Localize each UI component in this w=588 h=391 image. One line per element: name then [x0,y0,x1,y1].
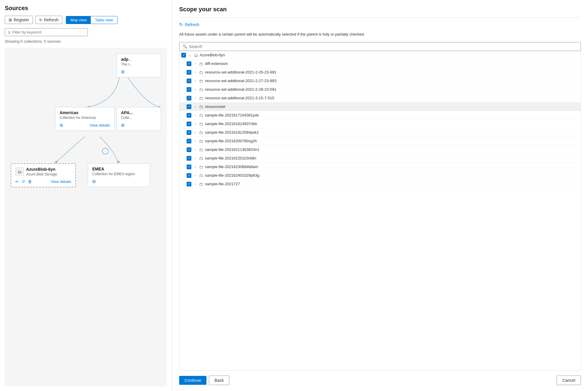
item-checkbox-3[interactable]: ✓ [187,87,191,92]
item-checkbox-4[interactable]: ✓ [187,96,191,100]
item-chevron-icon-0[interactable]: › [193,62,197,65]
item-check-icon-12: ✓ [188,165,190,168]
register-label: Register [14,17,29,22]
item-check-icon-2: ✓ [188,79,190,82]
refresh-button-left[interactable]: ↻ Refresh [35,16,62,24]
tree-item[interactable]: ✓ › 🗀 sample-file-202161912584psk1 [179,128,581,137]
refresh-icon-left: ↻ [39,18,42,22]
adp-card: adp... The r... ⊞ [117,54,161,77]
filter-input[interactable] [12,30,85,34]
table-view-button[interactable]: Table view [91,16,117,24]
tree-item[interactable]: ✓ › 🗀 sample-file-202161814507r8ie [179,120,581,128]
emea-grid-icon: ⊞ [92,179,96,184]
azureblob-view-details-link[interactable]: View details [51,179,71,184]
americas-card-icons: ⊞ View details [60,123,110,127]
cancel-button[interactable]: Cancel [557,376,581,385]
tree-item[interactable]: ✓ › 🗀 resourceset [179,103,581,111]
tree-item[interactable]: ✓ › 🗀 sample-file-20216200790xg2h [179,137,581,146]
item-folder-icon-6: 🗀 [199,113,203,118]
tree-root-item[interactable]: ✓ ⌄ 🗂 AzureBlob-6yn [179,51,581,60]
item-chevron-icon-12[interactable]: › [193,165,197,168]
tree-item[interactable]: ✓ › 🗀 resource-set-additional-2021-2-26-… [179,68,581,77]
item-checkbox-2[interactable]: ✓ [187,79,191,83]
item-chevron-icon-3[interactable]: › [193,88,197,91]
back-button[interactable]: Back [209,376,229,385]
tree-item[interactable]: ✓ › 🗀 resource-set-additional-2021-2-27-… [179,77,581,85]
minus-icon[interactable]: − [102,148,109,154]
item-checkbox-14[interactable]: ✓ [187,182,191,186]
item-checkbox-5[interactable]: ✓ [187,104,191,109]
tree-item[interactable]: ✓ › 🗀 sample-file-20216230884b8am [179,163,581,171]
azureblob-card-header: 🗂 AzureBlob-6yn Azure Blob Storage [15,167,71,176]
item-check-icon-9: ✓ [188,139,190,143]
item-chevron-icon-9[interactable]: › [193,139,197,143]
item-checkbox-1[interactable]: ✓ [187,70,191,75]
item-checkbox-11[interactable]: ✓ [187,156,191,161]
item-checkbox-12[interactable]: ✓ [187,165,191,169]
item-chevron-icon-13[interactable]: › [193,174,197,177]
tree-container[interactable]: ✓ ⌄ 🗂 AzureBlob-6yn ✓ › 🗀 diff-extension… [179,51,581,371]
register-button[interactable]: ⊞ Register [5,16,33,24]
edit-icon[interactable]: ✏ [15,179,19,184]
refresh-button-right[interactable]: ↻ Refresh [179,22,581,27]
delete-icon[interactable]: 🗑 [28,179,32,184]
item-folder-icon-4: 🗀 [199,96,203,100]
scope-description: All future assets under a certain parent… [179,31,581,37]
item-checkbox-10[interactable]: ✓ [187,147,191,152]
item-check-icon-3: ✓ [188,88,190,91]
tree-item[interactable]: ✓ › 🗀 resource-set-additional-2021-3-15-… [179,94,581,103]
map-view-button[interactable]: Map view [66,16,91,24]
item-chevron-icon-8[interactable]: › [193,131,197,134]
azureblob-card-title: AzureBlob-6yn [26,167,57,172]
tree-item[interactable]: ✓ › 🗀 sample-file-20216211363824n1 [179,146,581,154]
item-chevron-icon-1[interactable]: › [193,71,197,74]
continue-button[interactable]: Continue [179,376,206,385]
tree-item[interactable]: ✓ › 🗀 sample-file-20216220103r68n [179,154,581,163]
americas-view-details-link[interactable]: View details [90,123,110,127]
item-chevron-icon-2[interactable]: › [193,79,197,82]
toolbar: ⊞ Register ↻ Refresh Map view Table view [5,16,167,24]
item-chevron-icon-5[interactable]: › [193,105,197,108]
item-folder-icon-0: 🗀 [199,61,203,66]
item-name-9: sample-file-20216200790xg2h [205,139,257,143]
tree-item[interactable]: ✓ › 🗀 sample-file-2021617104381yds [179,111,581,120]
item-check-icon-7: ✓ [188,122,190,125]
tree-item[interactable]: ✓ › 🗀 diff-extension [179,60,581,68]
item-chevron-icon-14[interactable]: › [193,182,197,186]
rescan-icon[interactable]: ↺ [22,179,25,184]
tree-item[interactable]: ✓ › 🗀 sample-file-2021727 [179,180,581,189]
item-folder-icon-7: 🗀 [199,122,203,126]
item-folder-icon-11: 🗀 [199,156,203,161]
search-input[interactable] [189,44,578,49]
emea-card-subtitle: Collection for EMEA region [92,172,146,176]
item-check-icon-1: ✓ [188,71,190,74]
item-chevron-icon-10[interactable]: › [193,148,197,151]
item-chevron-icon-4[interactable]: › [193,96,197,100]
connector-svg [5,48,167,386]
tree-item[interactable]: ✓ › 🗀 sample-file-202162401029p63g [179,171,581,180]
root-checkbox[interactable]: ✓ [181,53,186,58]
item-checkbox-9[interactable]: ✓ [187,139,191,143]
register-icon: ⊞ [9,17,12,22]
apac-card: APA... Colle... ⊞ [117,107,161,131]
item-checkbox-13[interactable]: ✓ [187,173,191,178]
item-checkbox-7[interactable]: ✓ [187,122,191,126]
item-checkbox-0[interactable]: ✓ [187,61,191,66]
root-chevron-icon[interactable]: ⌄ [188,53,192,57]
item-chevron-icon-7[interactable]: › [193,122,197,125]
item-chevron-icon-6[interactable]: › [193,114,197,117]
scope-title: Scope your scan [179,6,581,13]
apac-card-icons: ⊞ [121,123,157,127]
item-check-icon-13: ✓ [188,174,190,177]
page-title: Sources [5,5,167,12]
showing-text: Showing 5 collections, 5 sources [5,39,167,44]
item-name-5: resourceset [205,104,225,109]
tree-item[interactable]: ✓ › 🗀 resource-set-additional-2021-2-28-… [179,85,581,94]
item-checkbox-6[interactable]: ✓ [187,113,191,118]
adp-card-subtitle: The r... [121,62,157,66]
item-chevron-icon-11[interactable]: › [193,157,197,160]
item-check-icon-4: ✓ [188,96,190,100]
map-area: − adp... The r... ⊞ Americas Collection … [5,48,167,386]
refresh-label-left: Refresh [44,17,58,22]
item-checkbox-8[interactable]: ✓ [187,130,191,135]
